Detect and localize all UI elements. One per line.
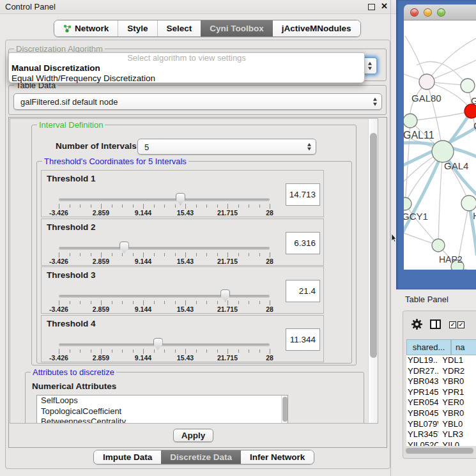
- red-node[interactable]: [464, 104, 476, 118]
- threshold-value-field[interactable]: 21.4: [286, 280, 320, 302]
- settings-scrollbar[interactable]: [368, 119, 378, 424]
- table-row[interactable]: YBL079WYBL0: [406, 419, 476, 430]
- slider-tick: [259, 204, 260, 208]
- slider-tick: [133, 349, 134, 353]
- threshold-slider-handle[interactable]: [153, 338, 163, 350]
- popup-option-manual-discretization[interactable]: Manual Discretization: [9, 63, 364, 73]
- table-row[interactable]: YLR345WYLR3: [406, 429, 476, 440]
- slider-tick: [270, 300, 270, 305]
- network-edge[interactable]: [427, 38, 476, 82]
- threshold-value-field[interactable]: 6.316: [286, 232, 320, 254]
- H-node[interactable]: [461, 196, 476, 211]
- settings-scrollbar-thumb[interactable]: [370, 133, 377, 358]
- table-row[interactable]: YDL19...YDL1: [406, 355, 476, 366]
- close-icon[interactable]: ✕: [381, 1, 388, 11]
- attribute-item-selfloops[interactable]: SelfLoops: [37, 395, 288, 406]
- table-row[interactable]: YPR145WYPR1: [406, 387, 476, 398]
- threshold-slider-handle[interactable]: [119, 242, 129, 254]
- table-hscrollbar-thumb[interactable]: [406, 448, 473, 454]
- table-row[interactable]: YIL052CYIL0: [406, 440, 476, 446]
- network-edge[interactable]: [438, 151, 443, 245]
- slider-tick: [259, 253, 260, 256]
- slider-tick: [196, 301, 197, 304]
- bottom-tab-impute-data[interactable]: Impute Data: [94, 450, 161, 464]
- slider-tick: [112, 204, 112, 208]
- threshold-box: Threshold 3-3.4262.8599.14415.4321.71528…: [41, 266, 324, 314]
- network-edge[interactable]: [410, 111, 472, 121]
- traffic-minimize-icon[interactable]: [424, 8, 432, 17]
- column-header[interactable]: na: [451, 339, 476, 355]
- cell-name: YIL0: [438, 440, 476, 446]
- attributes-group: Attributes to discretize Numerical Attri…: [25, 372, 364, 424]
- traffic-zoom-icon[interactable]: [437, 8, 445, 17]
- HAP2-node[interactable]: [432, 239, 445, 252]
- slider-tick: [175, 204, 176, 208]
- tab-cyni-toolbox[interactable]: Cyni Toolbox: [201, 20, 273, 36]
- numerical-attributes-list[interactable]: SelfLoopsTopologicalCoefficientBetweenne…: [36, 395, 288, 424]
- slider-tick: [154, 349, 155, 353]
- attribute-item-topologicalcoefficient[interactable]: TopologicalCoefficient: [37, 406, 288, 417]
- table-row[interactable]: YBR045CYBR0: [406, 408, 476, 419]
- slider-tick: [143, 300, 144, 305]
- slider-tick: [133, 204, 134, 208]
- table-row[interactable]: YER054CYER0: [406, 397, 476, 408]
- threshold-slider-track[interactable]: [59, 295, 270, 298]
- float-icon[interactable]: [368, 4, 375, 10]
- split-view-icon[interactable]: [430, 319, 441, 329]
- slider-tick: [101, 300, 102, 305]
- slider-tick-label: 2.859: [93, 209, 109, 217]
- bottom-tab-infer-network[interactable]: Infer Network: [241, 450, 314, 464]
- threshold-value-field[interactable]: 14.713: [286, 183, 320, 206]
- network-window-titlebar[interactable]: [404, 4, 476, 20]
- attribute-item-betweennesscentrality[interactable]: BetweennessCentrality: [37, 417, 288, 424]
- slider-tick: [175, 349, 176, 353]
- threshold-slider-track[interactable]: [59, 198, 270, 201]
- threshold-slider-handle[interactable]: [176, 193, 185, 205]
- slider-tick: [227, 204, 228, 209]
- slider-tick: [196, 204, 197, 208]
- select-all-icon[interactable]: ✓: [449, 321, 456, 328]
- traffic-close-icon[interactable]: [410, 8, 418, 17]
- gear-icon[interactable]: [411, 318, 423, 330]
- slider-tick: [175, 253, 176, 256]
- table-data-combo[interactable]: galFiltered.sif default node: [13, 93, 382, 110]
- node-top-right[interactable]: [461, 79, 475, 93]
- threshold-value-field[interactable]: 11.344: [286, 328, 320, 351]
- attributes-scrollbar-thumb[interactable]: [282, 397, 288, 422]
- tab-style[interactable]: Style: [118, 20, 157, 36]
- slider-tick: [206, 301, 207, 304]
- GAL80-node[interactable]: [419, 74, 434, 89]
- slider-tick: [133, 253, 134, 256]
- tab-network[interactable]: Network: [54, 20, 118, 36]
- table-row[interactable]: YDR27...YDR2: [406, 366, 476, 377]
- node-label-h: H: [473, 210, 476, 221]
- tab-label: Style: [127, 24, 148, 33]
- threshold-title: Threshold 2: [47, 222, 96, 232]
- network-canvas[interactable]: GAL80GCGAL11GAL4GCY1HHAP2: [404, 20, 476, 270]
- apply-button[interactable]: Apply: [173, 429, 213, 442]
- table-hscrollbar[interactable]: [404, 447, 475, 454]
- slider-tick: [196, 349, 197, 353]
- threshold-slider-track[interactable]: [59, 247, 270, 250]
- slider-tick-label: 21.715: [217, 209, 238, 217]
- GCY1-node[interactable]: [404, 197, 411, 210]
- threshold-slider-handle[interactable]: [220, 289, 230, 302]
- tab-select[interactable]: Select: [157, 20, 201, 36]
- threshold-box: Threshold 4-3.4262.8599.14415.4321.71528…: [41, 315, 324, 362]
- bottom-tab-discretize-data[interactable]: Discretize Data: [161, 450, 241, 464]
- GAL11-node[interactable]: [404, 114, 417, 128]
- num-intervals-combo[interactable]: 5: [137, 139, 316, 155]
- unselect-all-icon[interactable]: ✓: [457, 321, 464, 328]
- GAL4-node[interactable]: [432, 141, 454, 162]
- bottom-tab-label: Impute Data: [103, 452, 152, 462]
- threshold-slider-track[interactable]: [59, 343, 270, 346]
- attributes-list-scrollbar[interactable]: [281, 395, 288, 424]
- column-header[interactable]: shared...: [406, 339, 451, 355]
- combo-stepper-icon: [307, 142, 311, 151]
- table-row[interactable]: YBR043CYBR0: [406, 376, 476, 387]
- popup-option-equal-width-frequency-discretization[interactable]: Equal Width/Frequency Discretization: [9, 73, 364, 84]
- cell-shared-name: YBR043C: [406, 376, 438, 387]
- slider-tick: [206, 349, 207, 353]
- tab-jactivemnodules[interactable]: jActiveMNodules: [273, 20, 360, 36]
- slider-tick-label: 21.715: [217, 305, 238, 313]
